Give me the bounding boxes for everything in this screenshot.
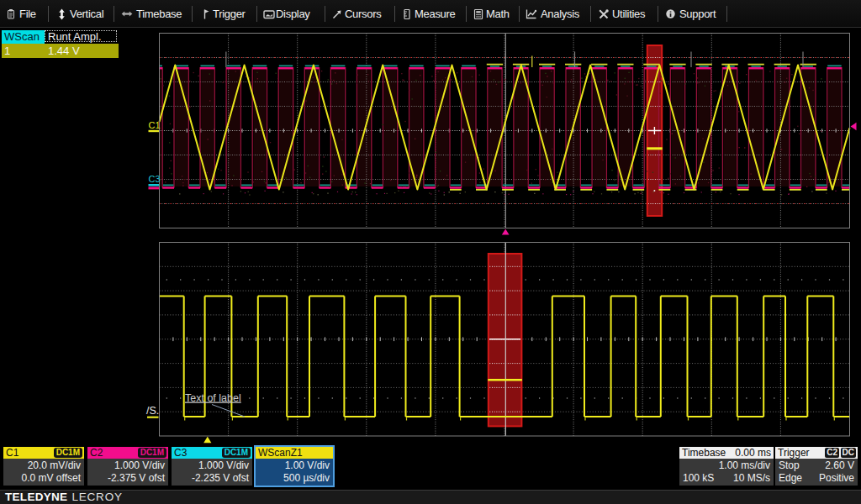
svg-text:Text of label: Text of label [185, 392, 241, 404]
svg-text:C3: C3 [149, 174, 161, 184]
svg-text:C1: C1 [149, 120, 161, 130]
svg-text:/S.: /S. [146, 405, 159, 417]
